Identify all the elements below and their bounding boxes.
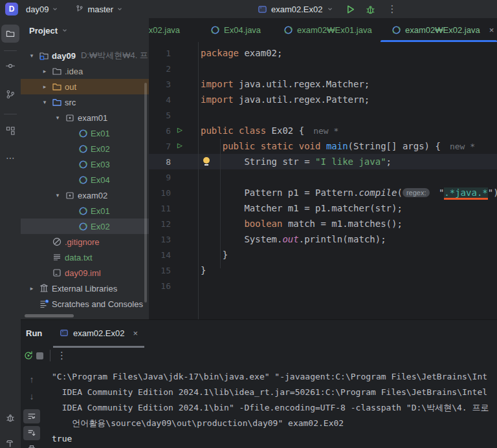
run-tab[interactable]: exam02.Ex02 × [53,320,144,348]
code-line-8[interactable]: 8 String str = "I like java"; [149,154,497,169]
tree-item-day09.iml[interactable]: day09.iml [21,265,149,281]
more-toolwindows-button[interactable]: ⋯ [1,149,19,167]
project-switcher-button[interactable]: day09 [22,3,62,16]
project-toolwindow-button[interactable] [1,25,19,43]
debug-button[interactable] [364,3,377,16]
code-line-7[interactable]: 7▷ public static void main(String[] args… [149,138,497,154]
code-token: " [433,187,444,198]
tree-item-Ex02[interactable]: Ex02 [21,219,149,234]
git-toolwindow-button[interactable] [1,85,19,103]
code-token: Matcher m1 = p1.matcher(str); [201,203,403,213]
gutter-slot [171,262,201,278]
chevron-right-icon[interactable]: ▸ [39,83,50,90]
tree-item-out[interactable]: ▸out [21,79,149,94]
stop-button[interactable] [35,351,45,361]
code-token: exam02; [239,48,282,58]
gutter-slot [171,247,201,262]
code-line-11[interactable]: 11 Matcher m1 = p1.matcher(str); [149,200,497,216]
scroll-to-end-button[interactable] [23,426,40,440]
code-line-5[interactable]: 5 [149,107,497,123]
run-line-icon[interactable]: ▷ [177,140,182,150]
tree-item-Ex01[interactable]: Ex01 [21,203,149,219]
code-line-10[interactable]: 10 Pattern p1 = Pattern.compile(regex: "… [149,185,497,200]
run-button[interactable] [344,3,357,16]
project-panel-header[interactable]: Project [21,18,149,43]
code-line-2[interactable]: 2 [149,61,497,76]
code-editor[interactable]: 1package exam02;23import java.util.regex… [149,42,497,319]
editor-tab-exam02-Ex01.java[interactable]: exam02₩Ex01.java [283,18,372,42]
java-class-icon [76,160,89,169]
tree-item-Scratches-and-Consoles[interactable]: Scratches and Consoles [21,296,149,312]
gutter-slot [171,216,201,231]
tree-item-src[interactable]: ▾src [21,94,149,110]
commit-toolwindow-button[interactable] [1,57,19,75]
tree-item-label: day09.iml [65,268,101,278]
tree-item-Ex01[interactable]: Ex01 [21,125,149,141]
code-token: java.util.regex.Matcher; [234,79,370,89]
run-config-selector[interactable]: exam02.Ex02 [254,3,337,16]
chevron-down-icon [116,6,123,12]
tab-label: Ex02.java [149,25,180,35]
up-arrow-icon[interactable]: ↑ [21,374,43,385]
down-arrow-icon[interactable]: ↓ [21,391,43,401]
more-actions-button[interactable]: ⋮ [384,1,402,17]
gutter-slot [171,45,201,61]
code-token: "I like java" [315,156,386,167]
tree-item-External-Libraries[interactable]: ▸External Libraries [21,281,149,296]
chevron-down-icon[interactable]: ▾ [26,52,38,59]
code-token: package [201,48,239,58]
structure-toolwindow-button[interactable] [1,122,19,140]
project-scrollbar-vertical[interactable] [144,83,147,303]
code-line-3[interactable]: 3import java.util.regex.Matcher; [149,76,497,92]
package-icon [63,112,76,123]
console-more-button[interactable]: ⋮ [56,348,69,363]
tree-item-Ex03[interactable]: Ex03 [21,156,149,172]
run-line-icon[interactable]: ▷ [177,125,182,134]
tree-item-.gitignore[interactable]: .gitignore [21,234,149,250]
code-line-14[interactable]: 14 } [149,247,497,262]
tree-item-data.txt[interactable]: data.txt [21,250,149,265]
intention-bulb-icon[interactable] [203,157,210,164]
editor-tab-exam02-Ex02.java[interactable]: exam02₩Ex02.java× [392,18,494,42]
chevron-down-icon[interactable]: ▾ [39,99,50,105]
soft-wrap-button[interactable] [23,409,40,423]
chevron-right-icon[interactable]: ▸ [39,68,50,74]
chevron-right-icon[interactable]: ▸ [26,285,38,292]
code-text: } [201,250,228,260]
chevron-down-icon[interactable]: ▾ [52,114,63,121]
tree-item-exam02[interactable]: ▾exam02 [21,187,149,203]
debug-toolwindow-button[interactable] [1,409,19,427]
build-toolwindow-button[interactable] [1,434,19,448]
tree-item-Ex04[interactable]: Ex04 [21,172,149,187]
close-icon[interactable]: × [489,25,494,35]
code-line-15[interactable]: 15} [149,262,497,278]
editor-tab-Ex02.java[interactable]: Ex02.java [149,18,180,42]
code-line-6[interactable]: 6▷public class Ex02 {new * [149,123,497,138]
code-token [320,141,326,151]
tree-item-Ex02[interactable]: Ex02 [21,141,149,156]
tree-item-day09[interactable]: ▾day09D:₩박세현₩4. 프 [21,48,149,63]
run-panel-title: Run [26,328,42,338]
printer-icon[interactable] [21,444,43,448]
git-branch-button[interactable]: master [71,3,127,16]
tree-item-label: data.txt [65,253,93,262]
editor-tab-Ex04.java[interactable]: Ex04.java [210,18,261,42]
code-line-1[interactable]: 1package exam02; [149,45,497,61]
console-output[interactable]: "C:\Program Files\Java\jdk-17\bin\java.e… [43,369,497,448]
rerun-button[interactable] [22,349,35,362]
chevron-down-icon[interactable]: ▾ [52,192,63,198]
app-logo[interactable]: D [5,3,18,16]
stop-icon [36,352,43,359]
code-line-12[interactable]: 12 boolean match = m1.matches(); [149,216,497,231]
console-result-line: true [43,431,497,447]
structure-icon [5,124,16,137]
close-icon[interactable]: × [133,328,138,338]
code-line-16[interactable]: 16 [149,278,497,293]
project-scrollbar-horizontal[interactable] [25,314,74,317]
code-line-4[interactable]: 4import java.util.regex.Pattern; [149,92,497,107]
code-line-13[interactable]: 13 System.out.println(match); [149,231,497,247]
tree-item-exam01[interactable]: ▾exam01 [21,110,149,125]
code-line-9[interactable]: 9 [149,169,497,185]
line-number: 5 [149,111,171,120]
tree-item-.idea[interactable]: ▸.idea [21,63,149,79]
